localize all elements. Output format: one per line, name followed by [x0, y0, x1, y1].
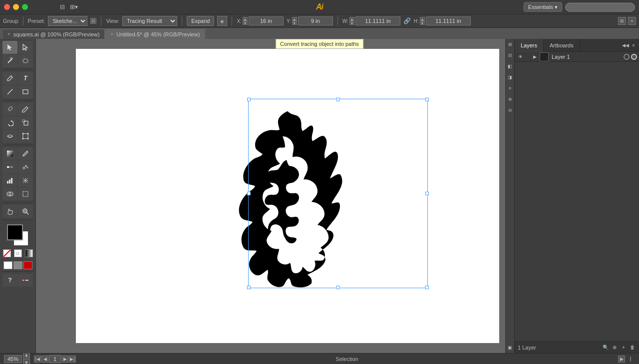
pencil-tool[interactable]: [18, 103, 33, 116]
layers-expand-btn[interactable]: ◀◀: [622, 42, 629, 49]
artboards-tab[interactable]: Artboards: [544, 39, 580, 52]
canvas-rt-6[interactable]: ⊕: [507, 96, 514, 103]
w-up-arrow[interactable]: ▲: [349, 17, 354, 21]
symbol-sprayer-tool[interactable]: [18, 161, 33, 174]
more-options-icon[interactable]: ≡: [628, 17, 636, 25]
tab-untitled[interactable]: × Untitled-5* @ 45% (RGB/Preview): [105, 29, 205, 39]
hand-tool[interactable]: [2, 205, 17, 218]
workspace-icon[interactable]: ⊞▾: [70, 3, 78, 10]
handle-mr[interactable]: [425, 192, 429, 195]
edit-toolbar-btn[interactable]: [18, 274, 33, 287]
rotate-tool[interactable]: [2, 116, 17, 129]
zoom-tool[interactable]: [18, 205, 33, 218]
zoom-down[interactable]: ▼: [23, 359, 30, 364]
h-up-arrow[interactable]: ▲: [420, 17, 425, 21]
y-spinners[interactable]: ▲ ▼: [292, 17, 297, 25]
fill-color[interactable]: [7, 224, 23, 240]
handle-tl[interactable]: [247, 98, 251, 101]
tab-squares[interactable]: × squares.ai @ 100% (RGB/Preview): [2, 29, 105, 39]
x-down-arrow[interactable]: ▼: [243, 21, 248, 25]
gradient-swatch-icon[interactable]: [25, 249, 33, 257]
y-down-arrow[interactable]: ▼: [292, 21, 297, 25]
view-select[interactable]: Tracing Result: [122, 16, 177, 26]
prev-page-btn[interactable]: ◀: [41, 356, 48, 363]
w-input[interactable]: [355, 16, 400, 25]
canvas-rt-bottom[interactable]: ▣: [507, 344, 514, 351]
white-color-icon[interactable]: □: [14, 249, 22, 257]
transform-icon[interactable]: ⊞: [618, 17, 626, 25]
selection-tool[interactable]: [2, 41, 17, 54]
close-button[interactable]: [4, 4, 10, 10]
h-down-arrow[interactable]: ▼: [420, 21, 425, 25]
search-input[interactable]: [565, 2, 635, 11]
play-btn[interactable]: ▶: [618, 356, 625, 363]
maximize-button[interactable]: [22, 4, 28, 10]
help-btn[interactable]: ?: [2, 274, 17, 287]
pen-tool[interactable]: [2, 72, 17, 85]
canvas-rt-5[interactable]: ≡: [507, 85, 514, 92]
magic-wand-tool[interactable]: [2, 54, 17, 67]
library-icon[interactable]: ⊟: [60, 3, 65, 10]
blend-tool[interactable]: [2, 161, 17, 174]
h-input[interactable]: [426, 16, 471, 25]
w-spinners[interactable]: ▲ ▼: [349, 17, 354, 25]
paintbrush-tool[interactable]: [2, 103, 17, 116]
layer-1-options[interactable]: [631, 54, 637, 60]
minimize-button[interactable]: [13, 4, 19, 10]
first-page-btn[interactable]: |◀: [34, 356, 41, 363]
h-spinners[interactable]: ▲ ▼: [420, 17, 425, 25]
add-layer-btn[interactable]: +: [620, 344, 627, 351]
tracing-options-icon[interactable]: ◈: [217, 16, 227, 26]
traffic-lights[interactable]: [4, 4, 28, 10]
last-page-btn[interactable]: ▶|: [69, 356, 76, 363]
layers-menu-btn[interactable]: ≡: [630, 42, 637, 49]
inside-mode-btn[interactable]: [23, 261, 32, 269]
normal-mode-btn[interactable]: [3, 261, 12, 269]
search-layers-btn[interactable]: 🔍: [602, 344, 609, 351]
rect-tool[interactable]: [18, 85, 33, 98]
preset-options-icon[interactable]: ⊟: [90, 18, 96, 24]
locate-object-btn[interactable]: ⊕: [611, 344, 618, 351]
page-input[interactable]: [49, 355, 61, 363]
tab-close-untitled[interactable]: ×: [110, 31, 113, 37]
canvas-rt-1[interactable]: ⊞: [507, 41, 514, 48]
handle-tr[interactable]: [425, 98, 429, 101]
layers-tab[interactable]: Layers: [515, 39, 544, 52]
canvas-rt-7[interactable]: ⊖: [507, 107, 514, 114]
canvas-rt-4[interactable]: ◨: [507, 74, 514, 81]
delete-layer-btn[interactable]: 🗑: [629, 344, 636, 351]
x-up-arrow[interactable]: ▲: [243, 17, 248, 21]
x-spinners[interactable]: ▲ ▼: [243, 17, 248, 25]
w-down-arrow[interactable]: ▼: [349, 21, 354, 25]
next-page-btn[interactable]: ▶: [61, 356, 68, 363]
handle-br[interactable]: [425, 286, 429, 289]
layer-1-target[interactable]: [624, 54, 630, 60]
free-transform-tool[interactable]: [18, 130, 33, 143]
tab-close-squares[interactable]: ×: [7, 31, 10, 37]
y-input[interactable]: [298, 16, 333, 25]
canvas-area[interactable]: ⊞ ⊟ ◧ ◨ ≡ ⊕ ⊖ ▣: [36, 39, 514, 353]
visibility-header[interactable]: 👁: [517, 53, 524, 60]
expand-header[interactable]: ▶: [532, 54, 538, 60]
column-graph-tool[interactable]: [2, 174, 17, 187]
eyedropper-tool[interactable]: [18, 147, 33, 160]
gradient-tool[interactable]: [2, 147, 17, 160]
link-icon[interactable]: 🔗: [403, 17, 411, 24]
type-tool[interactable]: T: [18, 72, 33, 85]
handle-tc[interactable]: [336, 98, 340, 101]
warp-tool[interactable]: [2, 130, 17, 143]
expand-button[interactable]: Expand: [187, 16, 214, 26]
canvas-rt-2[interactable]: ⊟: [507, 52, 514, 59]
x-input[interactable]: [249, 16, 284, 25]
essentials-button[interactable]: Essentials ▾: [524, 2, 562, 12]
direct-selection-tool[interactable]: [18, 41, 33, 54]
y-up-arrow[interactable]: ▲: [292, 17, 297, 21]
line-tool[interactable]: [2, 85, 17, 98]
behind-mode-btn[interactable]: [13, 261, 22, 269]
zoom-input[interactable]: [4, 355, 22, 363]
shape-builder-tool[interactable]: [2, 187, 17, 200]
preset-select[interactable]: Sketche...: [48, 16, 87, 26]
none-color-icon[interactable]: [3, 249, 11, 257]
artboard-tool[interactable]: [18, 187, 33, 200]
lasso-tool[interactable]: [18, 54, 33, 67]
